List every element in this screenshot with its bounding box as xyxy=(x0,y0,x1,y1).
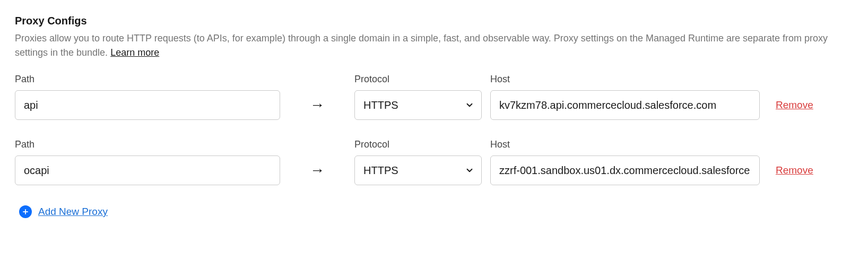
protocol-select[interactable] xyxy=(354,155,482,185)
remove-cell: Remove xyxy=(776,90,813,120)
host-field-group: Host xyxy=(490,139,760,185)
protocol-field-group: Protocol xyxy=(354,139,482,185)
path-input[interactable] xyxy=(15,90,280,120)
proxy-row: Path → Protocol Host Remove xyxy=(15,74,853,120)
arrow-right-icon: → xyxy=(310,97,325,114)
path-field-group: Path xyxy=(15,139,280,185)
path-input[interactable] xyxy=(15,155,280,185)
plus-circle-icon[interactable] xyxy=(19,205,32,218)
add-proxy-row: Add New Proxy xyxy=(15,205,853,218)
page-title: Proxy Configs xyxy=(15,15,853,27)
host-input[interactable] xyxy=(490,90,760,120)
protocol-field-group: Protocol xyxy=(354,74,482,120)
arrow-right-icon: → xyxy=(310,162,325,179)
remove-cell: Remove xyxy=(776,155,813,185)
host-input[interactable] xyxy=(490,155,760,185)
remove-button[interactable]: Remove xyxy=(776,99,813,111)
proxy-row: Path → Protocol Host Remove xyxy=(15,139,853,185)
host-field-group: Host xyxy=(490,74,760,120)
path-label: Path xyxy=(15,139,280,150)
arrow-cell: → xyxy=(280,155,354,185)
learn-more-link[interactable]: Learn more xyxy=(110,47,159,58)
host-label: Host xyxy=(490,74,760,85)
host-label: Host xyxy=(490,139,760,150)
path-field-group: Path xyxy=(15,74,280,120)
remove-button[interactable]: Remove xyxy=(776,165,813,176)
section-description: Proxies allow you to route HTTP requests… xyxy=(15,31,853,60)
path-label: Path xyxy=(15,74,280,85)
protocol-label: Protocol xyxy=(354,74,482,85)
arrow-cell: → xyxy=(280,90,354,120)
protocol-select[interactable] xyxy=(354,90,482,120)
protocol-label: Protocol xyxy=(354,139,482,150)
add-new-proxy-button[interactable]: Add New Proxy xyxy=(38,206,108,218)
